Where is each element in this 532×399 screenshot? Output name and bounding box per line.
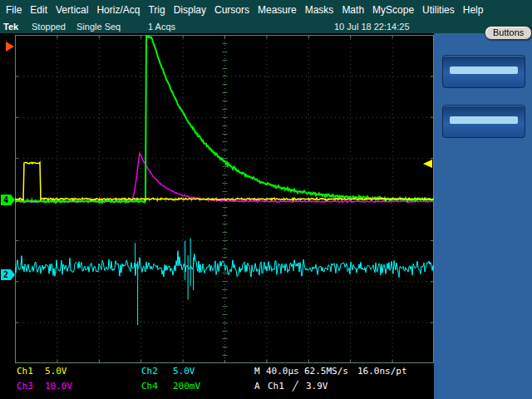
tek-logo: Tek (3, 22, 18, 32)
status-bar: Tek Stopped Single Seq 1 Acqs 10 Jul 18 … (0, 20, 532, 33)
display-area: 4 2 Ch1 5.0V Ch3 10.0V Ch2 5.0V Ch4 200m… (0, 33, 434, 399)
acquisition-count: 1 Acqs (148, 22, 175, 32)
buttons-button[interactable]: Buttons (485, 26, 532, 40)
side-panel (434, 33, 532, 399)
ch2-scale: 5.0V (173, 366, 195, 377)
menu-item-vertical[interactable]: Vertical (52, 1, 92, 19)
ch4-ground-marker[interactable]: 4 (1, 195, 15, 205)
menu-bar: File Edit Vertical Horiz/Acq Trig Displa… (0, 0, 532, 20)
horiz-timebase: 40.0µs (266, 366, 299, 377)
side-menu-button-1[interactable] (442, 55, 525, 88)
ch4-scale: 200mV (173, 381, 200, 392)
menu-item-trig[interactable]: Trig (144, 1, 169, 19)
trigger-prefix: A (254, 381, 260, 392)
menu-item-math[interactable]: Math (337, 1, 368, 19)
menu-item-myscope[interactable]: MyScope (368, 1, 418, 19)
acquisition-mode: Single Seq (76, 22, 121, 32)
datetime: 10 Jul 18 22:14:25 (334, 22, 410, 32)
trigger-slope-icon: ╱ (293, 381, 298, 392)
trigger-level: 3.9V (306, 381, 328, 392)
oscilloscope-screen: File Edit Vertical Horiz/Acq Trig Displa… (0, 0, 532, 399)
ch3-scale: 10.0V (45, 381, 72, 392)
horiz-prefix: M (254, 366, 260, 377)
menu-item-masks[interactable]: Masks (301, 1, 338, 19)
side-menu-button-2[interactable] (442, 105, 525, 138)
side-button-highlight (450, 66, 518, 74)
trigger-source: Ch1 (268, 381, 284, 392)
trigger-position-marker[interactable] (6, 42, 14, 52)
ch4-label: Ch4 (141, 381, 158, 392)
waveform-display (15, 35, 434, 363)
trigger-level-arrow[interactable] (423, 160, 432, 168)
menu-item-help[interactable]: Help (459, 1, 488, 19)
ch1-scale: 5.0V (45, 366, 67, 377)
menu-item-utilities[interactable]: Utilities (418, 1, 459, 19)
ch1-label: Ch1 (17, 366, 33, 377)
menu-item-edit[interactable]: Edit (26, 1, 52, 19)
menu-item-cursors[interactable]: Cursors (210, 1, 254, 19)
side-button-highlight (450, 116, 518, 124)
menu-item-measure[interactable]: Measure (254, 1, 301, 19)
menu-item-display[interactable]: Display (170, 1, 210, 19)
ch2-label: Ch2 (141, 366, 158, 377)
menu-item-horiz-acq[interactable]: Horiz/Acq (92, 1, 144, 19)
horiz-resolution: 16.0ns/pt (357, 366, 407, 377)
ch2-ground-marker[interactable]: 2 (1, 269, 15, 280)
acquisition-state: Stopped (32, 22, 66, 32)
readout-area: Ch1 5.0V Ch3 10.0V Ch2 5.0V Ch4 200mV M … (0, 363, 434, 399)
horiz-samplerate: 62.5MS/s (304, 366, 348, 377)
ch3-label: Ch3 (17, 381, 33, 392)
menu-item-file[interactable]: File (2, 1, 26, 19)
